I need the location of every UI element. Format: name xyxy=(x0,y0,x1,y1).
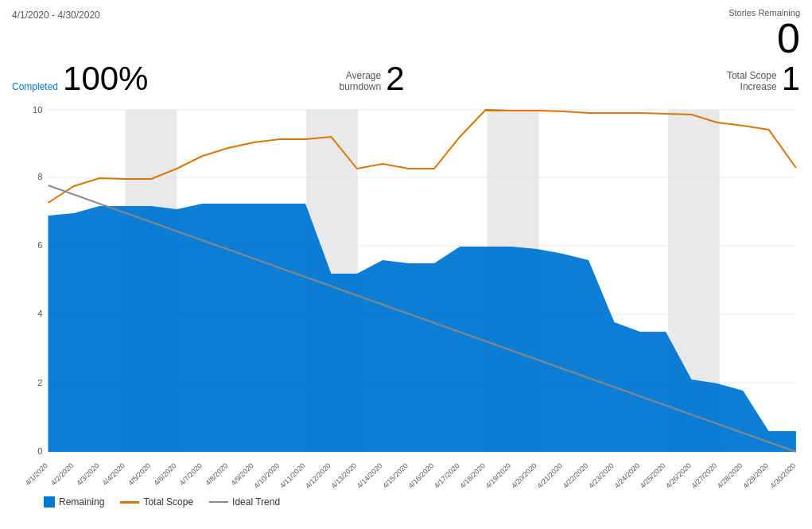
total-scope-legend-label: Total Scope xyxy=(143,496,193,508)
remaining-legend-label: Remaining xyxy=(59,496,104,508)
svg-text:4/27/2020: 4/27/2020 xyxy=(690,461,719,489)
svg-text:4/24/2020: 4/24/2020 xyxy=(612,461,641,489)
total-scope-metric: Total Scope Increase 1 xyxy=(727,62,800,95)
svg-text:2: 2 xyxy=(37,378,42,387)
svg-text:4/11/2020: 4/11/2020 xyxy=(278,461,307,489)
svg-text:4/7/2020: 4/7/2020 xyxy=(178,461,204,487)
ideal-trend-legend-line xyxy=(209,501,228,503)
chart-area: 0 2 4 6 8 10 xyxy=(12,102,800,492)
x-axis-labels: 4/1/2020 4/2/2020 4/3/2020 4/4/2020 4/5/… xyxy=(24,461,798,489)
svg-text:4/26/2020: 4/26/2020 xyxy=(664,461,693,489)
completed-label: Completed xyxy=(12,81,58,92)
svg-text:4/30/2020: 4/30/2020 xyxy=(769,461,798,489)
svg-text:4/9/2020: 4/9/2020 xyxy=(230,461,255,487)
date-range: 4/1/2020 - 4/30/2020 xyxy=(12,10,100,21)
avg-burndown-metric: Average burndown 2 xyxy=(339,62,404,95)
top-bar: 4/1/2020 - 4/30/2020 Stories Remaining 0 xyxy=(12,8,800,59)
svg-text:4/28/2020: 4/28/2020 xyxy=(716,461,744,489)
svg-text:4/3/2020: 4/3/2020 xyxy=(75,461,100,487)
svg-text:4/10/2020: 4/10/2020 xyxy=(252,461,281,489)
svg-text:4/15/2020: 4/15/2020 xyxy=(381,461,410,489)
total-scope-legend-line xyxy=(120,501,139,504)
svg-text:4/29/2020: 4/29/2020 xyxy=(741,461,770,489)
svg-text:4/2/2020: 4/2/2020 xyxy=(49,461,75,487)
svg-text:4/20/2020: 4/20/2020 xyxy=(510,461,538,489)
svg-text:4/18/2020: 4/18/2020 xyxy=(458,461,487,489)
svg-text:10: 10 xyxy=(33,105,42,115)
burndown-chart: 0 2 4 6 8 10 xyxy=(12,102,800,492)
svg-text:4/22/2020: 4/22/2020 xyxy=(561,461,590,489)
metrics-bar: Completed 100% Average burndown 2 Total … xyxy=(12,62,800,95)
ideal-trend-legend-label: Ideal Trend xyxy=(232,496,280,508)
remaining-legend-box xyxy=(44,496,55,508)
stories-remaining-widget: Stories Remaining 0 xyxy=(728,8,800,59)
completed-value: 100% xyxy=(63,62,148,95)
svg-text:4/13/2020: 4/13/2020 xyxy=(330,461,359,489)
legend-total-scope: Total Scope xyxy=(120,496,193,508)
svg-text:8: 8 xyxy=(37,172,42,181)
svg-text:4/6/2020: 4/6/2020 xyxy=(153,461,178,487)
legend-remaining: Remaining xyxy=(44,496,104,508)
svg-text:4/12/2020: 4/12/2020 xyxy=(304,461,332,489)
svg-text:4/23/2020: 4/23/2020 xyxy=(587,461,616,489)
svg-text:4/14/2020: 4/14/2020 xyxy=(355,461,384,489)
svg-text:4/19/2020: 4/19/2020 xyxy=(484,461,513,489)
svg-text:4/25/2020: 4/25/2020 xyxy=(639,461,667,489)
total-scope-label2: Increase xyxy=(727,81,777,92)
avg-burndown-label2: burndown xyxy=(339,81,381,92)
svg-text:4/5/2020: 4/5/2020 xyxy=(126,461,152,487)
svg-text:4/1/2020: 4/1/2020 xyxy=(24,461,49,487)
stories-remaining-value: 0 xyxy=(728,18,800,59)
svg-text:4/4/2020: 4/4/2020 xyxy=(101,461,126,487)
svg-text:4/16/2020: 4/16/2020 xyxy=(407,461,436,489)
svg-text:4/17/2020: 4/17/2020 xyxy=(433,461,461,489)
avg-burndown-value: 2 xyxy=(386,62,404,95)
svg-text:0: 0 xyxy=(37,446,42,456)
total-scope-label1: Total Scope xyxy=(727,70,777,81)
avg-burndown-label1: Average xyxy=(339,70,381,81)
svg-text:6: 6 xyxy=(37,240,42,250)
legend-ideal-trend: Ideal Trend xyxy=(209,496,280,508)
completed-metric: Completed 100% xyxy=(12,62,148,95)
total-scope-value: 1 xyxy=(782,62,800,95)
chart-legend: Remaining Total Scope Ideal Trend xyxy=(12,496,800,508)
dashboard-container: 4/1/2020 - 4/30/2020 Stories Remaining 0… xyxy=(0,0,812,529)
svg-text:4/21/2020: 4/21/2020 xyxy=(535,461,564,489)
svg-text:4/8/2020: 4/8/2020 xyxy=(204,461,229,487)
svg-text:4: 4 xyxy=(37,309,42,318)
